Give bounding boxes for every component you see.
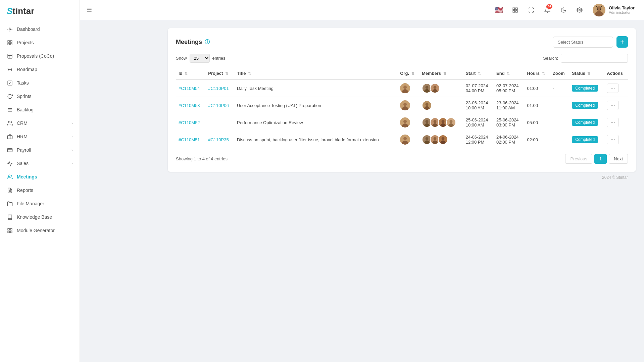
sidebar-item-tasks[interactable]: Tasks [0,76,80,90]
sidebar-item-file-manager[interactable]: File Manager [0,197,80,210]
svg-point-29 [597,7,598,8]
previous-button[interactable]: Previous [565,154,592,164]
sidebar-item-backlog[interactable]: Backlog [0,103,80,116]
status-badge: Completed [572,136,598,143]
table-row: #C110M52 Performance Optimization Review [176,114,628,131]
zoom: - [550,131,569,148]
sidebar-item-module-generator[interactable]: Module Generator [0,224,80,237]
sidebar-item-label: Roadmap [17,67,37,72]
members-avatars [419,114,463,131]
meetings-table: Id ⇅ Project ⇅ Title ⇅ Org. ⇅ Members ⇅ … [176,67,628,148]
main-content: Meetings ⓘ + Show 25 10 50 100 entries [160,20,644,362]
col-hours[interactable]: Hours ⇅ [525,67,550,80]
col-start[interactable]: Start ⇅ [463,67,494,80]
page-1-button[interactable]: 1 [594,154,607,164]
svg-point-32 [403,86,407,89]
status-badge: Completed [572,85,598,92]
avatar [400,100,410,110]
svg-point-71 [442,137,445,140]
sidebar-item-label: Projects [17,40,34,45]
user-profile[interactable]: Olivia Taylor Administrator [590,2,637,18]
sidebar-item-meetings[interactable]: Meetings [0,170,80,184]
zoom: - [550,80,569,97]
card-header-right: + [553,36,628,48]
hours: 05:00 [525,114,550,131]
settings-icon[interactable] [574,4,585,16]
sidebar-item-dashboard[interactable]: Dashboard [0,22,80,36]
flag-icon[interactable]: 🇺🇸 [493,4,505,16]
avatar [400,117,410,127]
status-badge: Completed [572,102,598,109]
svg-rect-20 [10,231,12,232]
svg-rect-18 [10,228,12,230]
sidebar-item-proposals[interactable]: Proposals (CoCo) [0,49,80,63]
col-members[interactable]: Members ⇅ [419,67,463,80]
sidebar-item-knowledge-base[interactable]: Knowledge Base [0,210,80,224]
sidebar-footer: — [0,348,80,362]
meeting-id-link[interactable]: #C110M53 [179,103,200,108]
sidebar-item-hrm[interactable]: HRM › [0,130,80,143]
grid-icon[interactable] [509,4,521,16]
crm-arrow-icon: › [71,121,73,125]
col-title[interactable]: Title ⇅ [234,67,397,80]
show-label: Show [176,56,187,61]
sidebar-item-projects[interactable]: Projects [0,36,80,49]
project-id-link[interactable]: #C110P06 [208,103,229,108]
module-generator-icon [7,227,13,234]
action-button[interactable]: ··· [607,84,618,93]
col-org[interactable]: Org. ⇅ [397,67,419,80]
col-end[interactable]: End ⇅ [494,67,524,80]
sidebar-item-label: HRM [17,134,28,139]
hours: 01:00 [525,97,550,114]
card-header: Meetings ⓘ + [176,36,628,48]
add-meeting-button[interactable]: + [616,36,628,48]
sidebar-item-label: Module Generator [17,228,55,233]
col-zoom: Zoom [550,67,569,80]
action-button[interactable]: ··· [607,101,618,110]
backlog-icon [7,107,13,113]
svg-point-10 [8,121,10,123]
action-button[interactable]: ··· [607,135,618,144]
table-controls: Show 25 10 50 100 entries Search: [176,54,628,63]
expand-icon[interactable] [526,4,537,16]
table-row: #C110M51 #C110P35 Discuss on sprint, bac… [176,131,628,148]
search-input[interactable] [561,54,628,63]
meeting-id-link[interactable]: #C110M51 [179,137,200,142]
svg-rect-24 [515,10,517,12]
sidebar-item-roadmap[interactable]: Roadmap [0,63,80,76]
svg-point-47 [403,120,407,123]
proposals-icon [7,53,13,59]
notification-button[interactable]: 54 [542,4,553,16]
meetings-title: Meetings [176,39,202,46]
entries-select[interactable]: 25 10 50 100 [190,54,210,63]
col-id[interactable]: Id ⇅ [176,67,205,80]
svg-point-68 [434,137,437,140]
sidebar-item-crm[interactable]: CRM › [0,116,80,130]
meeting-id-link[interactable]: #C110M54 [179,86,200,91]
start-date: 23-06-2024 10:00 AM [463,97,494,114]
meeting-id-link[interactable]: #C110M52 [179,120,200,125]
col-project[interactable]: Project ⇅ [205,67,234,80]
logo[interactable]: Stintar [0,0,80,22]
avatar [400,83,410,93]
sidebar-item-payroll[interactable]: Payroll › [0,143,80,157]
next-button[interactable]: Next [609,154,628,164]
hrm-arrow-icon: › [71,135,73,139]
project-id-link[interactable]: #C110P01 [208,86,229,91]
svg-point-14 [8,175,10,177]
svg-point-56 [442,120,445,123]
project-id-link[interactable]: #C110P35 [208,137,229,142]
col-status[interactable]: Status ⇅ [569,67,604,80]
sidebar-item-sprints[interactable]: Sprints [0,90,80,103]
sidebar-item-label: Sales [17,161,29,166]
select-status-input[interactable] [553,37,613,48]
svg-point-0 [9,29,10,30]
sidebar-item-label: Dashboard [17,27,40,32]
hamburger-button[interactable]: ☰ [87,6,92,14]
action-button[interactable]: ··· [607,118,618,127]
org-avatar [397,131,419,148]
sidebar-item-reports[interactable]: Reports [0,184,80,197]
info-icon[interactable]: ⓘ [205,39,210,45]
sidebar-item-sales[interactable]: Sales › [0,157,80,170]
dark-mode-icon[interactable] [558,4,569,16]
